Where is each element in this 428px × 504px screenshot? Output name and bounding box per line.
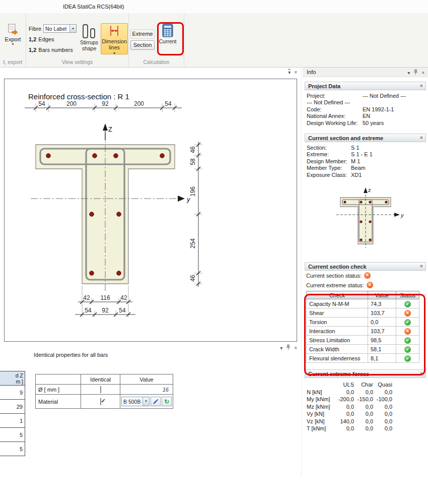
edit-material-button[interactable] — [151, 397, 161, 406]
autohide-icon[interactable]: ▾ — [288, 69, 291, 75]
current-section-status: Current section status: — [303, 271, 428, 280]
svg-text:54: 54 — [165, 100, 172, 107]
check-row[interactable]: Interaction 103,7 — [307, 327, 419, 336]
table-row[interactable]: 29 — [0, 400, 25, 414]
export-icon — [7, 23, 19, 36]
section-header-extreme-forces[interactable]: Current extreme forces » — [305, 369, 426, 378]
section-header-project-data[interactable]: Project Data » — [305, 82, 426, 90]
refresh-material-button[interactable]: ↻ — [162, 397, 172, 406]
edges-label: Edges — [38, 36, 54, 42]
svg-text:46: 46 — [189, 275, 196, 282]
dropdown-arrow-icon: ▾ — [12, 42, 14, 46]
check-row[interactable]: Torsion 0,0 — [307, 318, 419, 327]
check-row[interactable]: Shear 103,7 — [307, 308, 419, 318]
drawing-title: Reinforced cross-section : R 1 — [28, 92, 129, 101]
group-label-export: t, export — [0, 58, 26, 67]
value-column-header: Value — [120, 374, 173, 385]
table-row[interactable]: 5 — [0, 428, 25, 442]
check-row[interactable]: Capacity N-M-M 74,3 — [307, 299, 419, 308]
collapse-chevron-icon: » — [418, 137, 424, 139]
current-extreme-status: Current extreme status: — [303, 280, 428, 290]
fibre-label: Fibre — [29, 26, 41, 32]
bar-properties-table: Identical Value Ø [ mm ] 16 Material B 5… — [35, 374, 173, 409]
close-icon[interactable]: × — [294, 70, 297, 75]
toggle-bars-numbers[interactable]: 1,2 Bars numbers — [26, 44, 78, 55]
svg-text:54: 54 — [38, 100, 45, 107]
dimension-lines-button[interactable]: Dimension lines ▾ — [101, 23, 128, 54]
right-dimension-chain: 46 58 196 254 46 — [189, 142, 202, 287]
collapse-chevron-icon: » — [418, 265, 424, 268]
z-axis-label: Z — [108, 125, 112, 133]
pin-icon[interactable] — [413, 69, 418, 76]
check-row[interactable]: Flexural slenderness 8,1 — [307, 354, 419, 363]
stirrups-shape-button[interactable]: Stirrups shape — [78, 23, 101, 54]
status-icon — [404, 337, 411, 344]
project-data-body: Project:--- Not Defined --- --- Not Defi… — [303, 90, 428, 127]
current-button[interactable]: Current — [156, 23, 179, 54]
pencil-icon — [153, 399, 159, 405]
menu-arrow-icon[interactable]: ▾ — [407, 70, 410, 76]
diameter-row: Ø [ mm ] 16 — [36, 385, 173, 395]
material-row: Material B 500B ▾ ↻ — [36, 395, 173, 409]
refresh-icon: ↻ — [164, 399, 169, 405]
panel-splitter[interactable] — [301, 68, 302, 476]
check-row[interactable]: Stress Limitation 98,5 — [307, 336, 419, 345]
stirrups-shape-icon — [82, 24, 97, 39]
material-select[interactable]: B 500B ▾ — [121, 397, 150, 406]
extreme-button[interactable]: Extreme — [130, 29, 155, 39]
diameter-identical-checkbox[interactable] — [100, 386, 101, 393]
thumb-z-axis-label: z — [368, 187, 371, 193]
section-button[interactable]: Section — [130, 40, 155, 50]
close-icon[interactable]: × — [294, 345, 297, 351]
group-label-view-settings: View settings — [26, 58, 128, 67]
window-titlebar: IDEA StatiCa RCS(64bit) — [0, 0, 428, 13]
toggle-edges[interactable]: 1,2 Edges — [26, 34, 78, 44]
export-button[interactable]: Export ▾ — [0, 23, 26, 58]
calculator-icon — [162, 24, 174, 38]
svg-text:46: 46 — [189, 146, 196, 153]
bottom-panel-header: ▾ × — [0, 343, 301, 351]
section-header-section-check[interactable]: Current section check » — [305, 262, 426, 271]
svg-text:92: 92 — [102, 307, 109, 314]
current-button-label: Current — [159, 38, 176, 44]
ribbon-group-view-settings: Fibre No Label ▾ 1,2 Edges 1,2 Bars numb… — [26, 13, 129, 67]
table-header-row: d Z m ] — [0, 371, 25, 386]
table-row[interactable]: 9 — [0, 386, 25, 400]
extreme-forces-table: ULS Char Quasi N [kN] 0,0 0,0 0,0 My [kN… — [307, 381, 393, 432]
section-title: Current extreme forces — [308, 371, 369, 377]
svg-text:42: 42 — [83, 294, 90, 301]
dropdown-arrow-icon: ▾ — [142, 397, 149, 406]
check-row[interactable]: Crack Width 58,1 — [307, 345, 419, 354]
force-row: Vz [kN] 140,0 0,0 0,0 — [307, 418, 393, 425]
status-icon — [404, 328, 411, 335]
menu-arrow-icon[interactable]: ▾ — [280, 345, 282, 351]
svg-text:196: 196 — [189, 186, 196, 197]
current-section-body: Section:S 1 Extreme:S 1 - E 1 Design Mem… — [303, 142, 428, 178]
drawing-viewport[interactable]: Reinforced cross-section : R 1 54 200 92… — [4, 79, 297, 342]
section-header-current-section[interactable]: Current section and extreme » — [305, 134, 426, 142]
top-dimension-chain: 54 200 92 200 54 — [25, 100, 182, 112]
table-row[interactable]: 1 — [0, 414, 25, 428]
status-icon — [404, 310, 411, 317]
ribbon-group-export: Export ▾ t, export — [0, 13, 26, 67]
ribbon: Export ▾ t, export Fibre No Label ▾ — [0, 13, 428, 68]
table-row[interactable]: 5 — [0, 442, 25, 456]
info-panel-header: Info ▾ × — [303, 68, 428, 77]
table-header-row: Identical Value — [36, 374, 173, 385]
table-header-row: ULS Char Quasi — [307, 381, 393, 389]
close-icon[interactable]: × — [421, 70, 424, 76]
pin-icon[interactable] — [286, 344, 291, 351]
material-identical-checkbox[interactable] — [100, 398, 101, 405]
diameter-value[interactable]: 16 — [120, 387, 173, 393]
material-label: Material — [36, 395, 81, 409]
svg-text:54: 54 — [85, 307, 92, 314]
section-title: Current section and extreme — [308, 135, 383, 141]
identical-properties-caption: Identical properties for all bars — [34, 352, 108, 358]
ribbon-group-calculation: Extreme Section — [129, 13, 184, 67]
svg-text:116: 116 — [100, 294, 110, 301]
application-window: IDEA StatiCa RCS(64bit) Export — [0, 0, 428, 504]
fibre-select[interactable]: No Label ▾ — [43, 24, 77, 33]
identical-column-header: Identical — [81, 374, 120, 385]
bars-numbers-label: Bars numbers — [38, 47, 73, 53]
status-fail-icon — [367, 282, 373, 288]
